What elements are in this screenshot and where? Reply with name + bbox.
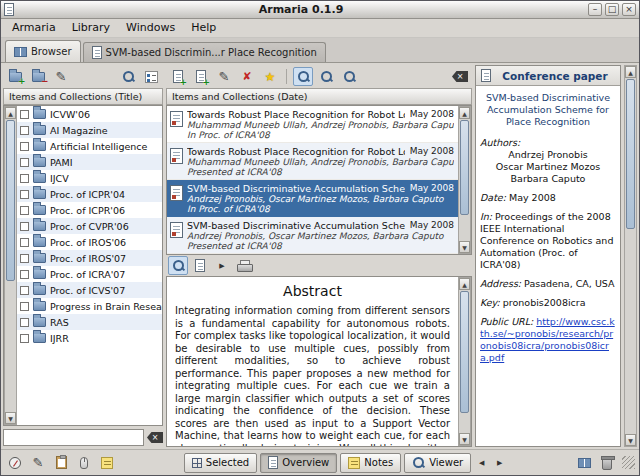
item-row-selected[interactable]: SVM-based Discriminative Accumulation Sc… — [167, 180, 458, 217]
edit-collection-button[interactable]: ✎ — [51, 67, 71, 86]
close-button[interactable]: × — [622, 3, 636, 16]
collection-checkbox[interactable] — [20, 190, 29, 199]
clear-filter-icon[interactable]: × — [147, 432, 163, 443]
filter-columns-button[interactable] — [141, 67, 161, 86]
collection-checkbox[interactable] — [20, 270, 29, 279]
search-collections-button[interactable] — [118, 67, 138, 86]
tab-document[interactable]: SVM-based Discrimin...r Place Recognitio… — [83, 42, 326, 62]
collection-row[interactable]: RAS — [17, 314, 162, 330]
address-value: Pasadena, CA, USA — [524, 278, 614, 289]
trash-button[interactable] — [597, 453, 617, 472]
collections-column-header[interactable]: Items and Collections (Title) — [3, 88, 163, 105]
advanced-search-button[interactable] — [316, 67, 336, 86]
collection-checkbox[interactable] — [20, 110, 29, 119]
menu-windows[interactable]: Windows — [118, 19, 183, 37]
collections-filter-input[interactable] — [3, 429, 144, 446]
scroll-down-button[interactable]: ▼ — [5, 412, 16, 424]
scroll-thumb[interactable] — [460, 120, 469, 215]
search-mode-button[interactable] — [293, 67, 313, 86]
compass-tool-button[interactable] — [5, 453, 25, 472]
collection-row[interactable]: ICVW'06 — [17, 106, 162, 122]
selected-view-button[interactable]: Selected — [184, 453, 257, 473]
collection-checkbox[interactable] — [20, 254, 29, 263]
collection-row[interactable]: IJCV — [17, 170, 162, 186]
delete-item-button[interactable]: ✘ — [237, 67, 257, 86]
menu-help[interactable]: Help — [183, 19, 224, 37]
collection-row[interactable]: Proc. of IROS'06 — [17, 234, 162, 250]
add-collection-button[interactable]: + — [5, 67, 25, 86]
collection-row[interactable]: Proc. of ICRA'07 — [17, 266, 162, 282]
collection-row[interactable]: Proc. of ICVS'07 — [17, 282, 162, 298]
library-button[interactable] — [574, 453, 594, 472]
collection-checkbox[interactable] — [20, 222, 29, 231]
note-tool-button[interactable] — [97, 453, 117, 472]
collection-checkbox[interactable] — [20, 318, 29, 327]
new-item-button[interactable]: + — [168, 67, 188, 86]
collection-row[interactable]: Proc. of ICPR'06 — [17, 202, 162, 218]
collection-checkbox[interactable] — [20, 158, 29, 167]
collection-row[interactable]: Progress in Brain Research — [17, 298, 162, 314]
scroll-up-button[interactable]: ▲ — [459, 107, 470, 119]
menu-library[interactable]: Library — [64, 19, 118, 37]
items-column-header[interactable]: Items and Collections (Date) — [166, 88, 472, 105]
scroll-thumb[interactable] — [460, 291, 469, 413]
clipboard-tool-button[interactable] — [51, 453, 71, 472]
scroll-down-button[interactable]: ▼ — [625, 434, 636, 446]
collection-checkbox[interactable] — [20, 334, 29, 343]
edit-tool-button[interactable]: ✎ — [28, 453, 48, 472]
collection-row[interactable]: AI Magazine — [17, 122, 162, 138]
item-row[interactable]: Towards Robust Place Recognition for Rob… — [167, 143, 458, 180]
scroll-track[interactable] — [459, 290, 470, 433]
collection-checkbox[interactable] — [20, 174, 29, 183]
overview-view-button[interactable]: Overview — [260, 453, 337, 473]
tab-browser[interactable]: Browser — [5, 40, 81, 62]
collection-checkbox[interactable] — [20, 126, 29, 135]
scroll-track[interactable] — [625, 78, 636, 434]
item-row[interactable]: Towards Robust Place Recognition for Rob… — [167, 106, 458, 143]
collection-row[interactable]: Artificial Intelligence — [17, 138, 162, 154]
collection-row[interactable]: Proc. of CVPR'06 — [17, 218, 162, 234]
scroll-down-button[interactable]: ▼ — [459, 433, 470, 445]
nav-right-button[interactable]: ▶ — [492, 455, 507, 471]
clear-search-button[interactable]: × — [450, 67, 470, 86]
item-text: SVM-based Discriminative Accumulation Sc… — [187, 183, 454, 214]
filter-search-button[interactable] — [339, 67, 359, 86]
viewer-view-button[interactable]: Viewer — [404, 453, 471, 473]
collection-checkbox[interactable] — [20, 206, 29, 215]
collection-row[interactable]: IJRR — [17, 330, 162, 346]
print-button[interactable] — [234, 256, 254, 275]
collection-checkbox[interactable] — [20, 286, 29, 295]
favorite-button[interactable]: ★ — [260, 67, 280, 86]
collection-row[interactable]: Proc. of IROS'07 — [17, 250, 162, 266]
scroll-track[interactable] — [5, 119, 16, 412]
nav-left-button[interactable]: ◀ — [474, 455, 489, 471]
minimize-button[interactable]: – — [588, 3, 602, 16]
remove-collection-button[interactable]: − — [28, 67, 48, 86]
export-button[interactable]: ▶ — [212, 256, 232, 275]
resize-grip[interactable] — [622, 456, 635, 469]
scroll-thumb[interactable] — [6, 120, 15, 281]
notes-view-button[interactable] — [190, 256, 210, 275]
notes-view-button[interactable]: Notes — [340, 453, 401, 473]
collection-checkbox[interactable] — [20, 302, 29, 311]
menu-armaria[interactable]: Armaria — [4, 19, 64, 37]
mouse-tool-button[interactable] — [74, 453, 94, 472]
item-row[interactable]: SVM-based Discriminative Accumulation Sc… — [167, 217, 458, 254]
abstract-view-button[interactable] — [168, 256, 188, 275]
item-date: May 2008 — [405, 220, 454, 231]
edit-item-button[interactable]: ✎ — [214, 67, 234, 86]
collection-row[interactable]: Proc. of ICPR'04 — [17, 186, 162, 202]
maximize-button[interactable]: □ — [605, 3, 619, 16]
add-to-collection-button[interactable]: + — [191, 67, 211, 86]
scroll-up-button[interactable]: ▲ — [5, 107, 16, 119]
trash-icon — [602, 458, 612, 470]
scroll-up-button[interactable]: ▲ — [625, 66, 636, 78]
collection-checkbox[interactable] — [20, 142, 29, 151]
scroll-up-button[interactable]: ▲ — [459, 278, 470, 290]
scroll-track[interactable] — [459, 119, 470, 241]
abstract-text: Integrating information coming from diff… — [175, 305, 450, 446]
scroll-thumb[interactable] — [626, 79, 635, 229]
collection-row[interactable]: PAMI — [17, 154, 162, 170]
collection-checkbox[interactable] — [20, 238, 29, 247]
scroll-down-button[interactable]: ▼ — [459, 241, 470, 253]
